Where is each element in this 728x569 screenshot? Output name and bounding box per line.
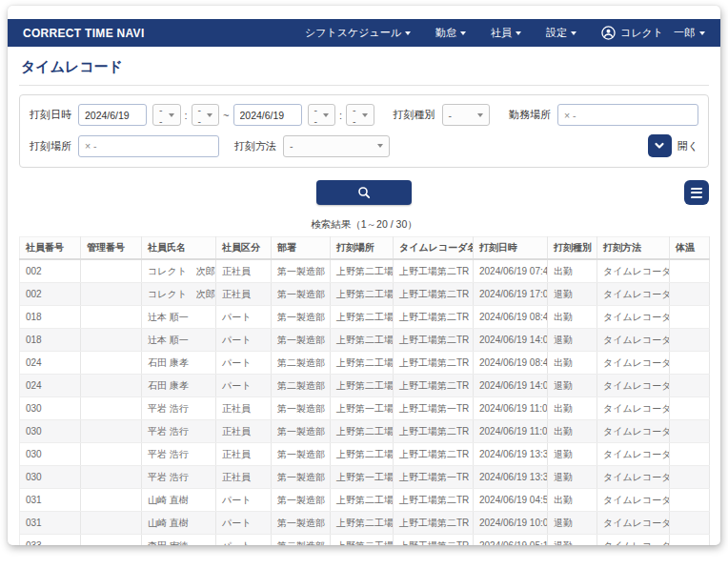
table-cell [81, 283, 142, 306]
table-cell: 上野工場第二TR [394, 443, 474, 466]
chevron-down-icon [460, 31, 466, 35]
table-cell [81, 397, 142, 420]
column-header: 打刻日時 [474, 237, 548, 260]
table-cell [81, 352, 142, 375]
table-cell: タイムレコーダー [597, 512, 670, 535]
column-header: 打刻方法 [597, 237, 670, 260]
table-cell: 退勤 [548, 329, 597, 352]
table-cell: 森田 宏徳 [142, 535, 216, 546]
chevron-down-icon [516, 31, 521, 35]
hour-to-select[interactable]: -- [308, 104, 336, 126]
table-cell: パート [216, 512, 272, 535]
table-cell: 平岩 浩行 [142, 397, 216, 420]
column-header: 体温 [670, 237, 710, 260]
results-table-body: 002 コレクト 次郎正社員第一製造部上野第二工場上野工場第二TR2024/06… [20, 259, 710, 545]
nav-item-settings[interactable]: 設定 [546, 26, 576, 40]
nav-item-label: シフトスケジュール [305, 26, 401, 40]
table-cell: 退勤 [548, 443, 597, 466]
menu-icon [691, 188, 702, 190]
nav-item-label: 勤怠 [435, 26, 456, 40]
table-row: 024 石田 康孝パート第二製造部上野第二工場上野工場第二TR2024/06/1… [20, 375, 710, 397]
results-table-head: 社員番号管理番号社員氏名社員区分部署打刻場所タイムレコーダ名打刻日時打刻種別打刻… [20, 237, 710, 260]
table-cell: 002 [20, 283, 81, 306]
table-row: 030 平岩 浩行正社員第一製造部上野第一工場上野工場第一TR2024/06/1… [20, 466, 710, 489]
punch-type-label: 打刻種別 [394, 108, 435, 122]
table-cell: 上野第二工場 [331, 352, 394, 375]
hour-from-select[interactable]: -- [152, 104, 181, 126]
table-cell: 030 [20, 397, 81, 420]
table-cell: 第一製造部 [272, 306, 331, 329]
main-content: タイムレコード 打刻日時 -- : -- ~ -- [8, 47, 720, 545]
work-location-input[interactable] [557, 104, 698, 126]
table-cell: 上野第二工場 [331, 329, 394, 352]
table-cell: 山崎 直樹 [142, 489, 216, 512]
table-cell: 第二製造部 [272, 375, 331, 397]
table-cell: 退勤 [548, 512, 597, 535]
punch-type-select[interactable]: - [442, 104, 490, 126]
list-menu-button[interactable] [684, 180, 709, 205]
table-cell: 2024/06/19 10:03 [474, 512, 548, 535]
table-cell [670, 259, 710, 283]
nav-item-shift-schedule[interactable]: シフトスケジュール [305, 26, 411, 40]
table-cell: 上野工場第二TR [394, 306, 474, 329]
table-cell: タイムレコーダー [597, 535, 670, 546]
table-cell: 上野工場第二TR [394, 375, 474, 397]
table-cell: 002 [20, 259, 81, 283]
column-header: 部署 [272, 237, 331, 260]
work-location-label: 勤務場所 [509, 108, 551, 122]
table-row: 033 森田 宏徳パート第二製造部上野第二工場上野工場第二TR2024/06/1… [20, 535, 710, 546]
table-row: 024 石田 康孝パート第二製造部上野第二工場上野工場第二TR2024/06/1… [20, 352, 710, 375]
chevron-down-icon [571, 31, 576, 35]
table-cell: 033 [20, 535, 81, 546]
table-cell: 2024/06/19 11:05 [474, 420, 548, 443]
minute-from-select[interactable]: -- [192, 104, 220, 126]
results-table: 社員番号管理番号社員氏名社員区分部署打刻場所タイムレコーダ名打刻日時打刻種別打刻… [19, 236, 710, 545]
nav-item-employee[interactable]: 社員 [491, 26, 521, 40]
table-cell [81, 259, 142, 283]
expand-filters-label: 開く [677, 139, 698, 153]
table-cell: 第一製造部 [272, 443, 331, 466]
table-cell: 上野工場第一TR [394, 397, 474, 420]
filter-row-2: 打刻場所 打刻方法 - 開く [30, 134, 698, 157]
table-cell: 上野工場第二TR [394, 259, 474, 283]
table-cell: 上野第二工場 [331, 535, 394, 546]
table-cell: タイムレコーダー [597, 352, 670, 375]
hour-from-value: -- [159, 104, 163, 127]
punch-location-label: 打刻場所 [30, 139, 71, 153]
date-from-input[interactable] [78, 104, 147, 126]
range-separator: ~ [223, 110, 229, 121]
punch-method-value: - [290, 140, 293, 152]
table-cell: タイムレコーダー [597, 329, 670, 352]
table-cell: 石田 康孝 [142, 375, 216, 397]
table-cell: 上野工場第二TR [394, 420, 474, 443]
brand-logo[interactable]: CORRECT TIME NAVI [23, 27, 145, 40]
table-cell: 正社員 [216, 259, 272, 283]
date-to-input[interactable] [233, 104, 302, 126]
navbar-menu: シフトスケジュール 勤怠 社員 設定 コレクト 一 [305, 26, 705, 40]
punch-method-select[interactable]: - [283, 135, 390, 157]
table-cell: タイムレコーダー [597, 306, 670, 329]
table-cell: 上野工場第二TR [394, 489, 474, 512]
minute-to-select[interactable]: -- [346, 104, 374, 126]
table-cell: タイムレコーダー [597, 443, 670, 466]
table-cell [670, 535, 710, 546]
table-cell: 2024/06/19 13:38 [474, 443, 548, 466]
table-cell: 平岩 浩行 [142, 420, 216, 443]
table-cell: 出勤 [548, 259, 597, 283]
table-cell: パート [216, 306, 272, 329]
chevron-down-icon [207, 113, 212, 117]
table-cell: 018 [20, 306, 81, 329]
search-button[interactable] [316, 180, 412, 205]
table-cell: 030 [20, 466, 81, 489]
punch-location-input[interactable] [78, 135, 219, 157]
table-cell: コレクト 次郎 [142, 259, 216, 283]
table-cell: 正社員 [216, 443, 272, 466]
expand-filters-button[interactable] [648, 134, 672, 157]
nav-item-attendance[interactable]: 勤怠 [435, 26, 466, 40]
table-row: 030 平岩 浩行正社員第一製造部上野第二工場上野工場第二TR2024/06/1… [20, 420, 710, 443]
table-row: 031 山崎 直樹パート第一製造部上野第二工場上野工場第二TR2024/06/1… [20, 512, 710, 535]
chevron-down-icon [477, 113, 483, 117]
user-menu[interactable]: コレクト 一郎 [601, 26, 705, 40]
table-cell [81, 306, 142, 329]
user-icon [601, 26, 616, 40]
